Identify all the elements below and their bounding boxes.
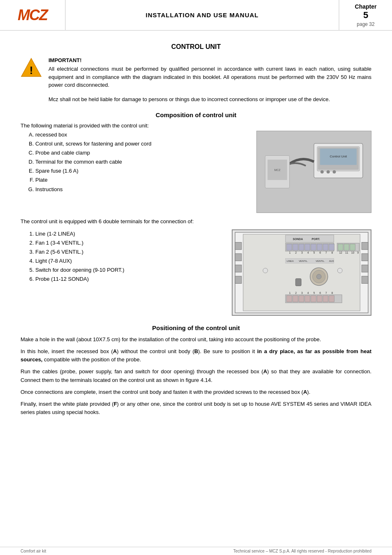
svg-point-77 <box>263 268 268 273</box>
svg-text:8: 8 <box>332 291 333 294</box>
important-title: IMPORTANT! <box>48 57 371 63</box>
svg-rect-67 <box>323 296 328 302</box>
composition-list: The following material is provided with … <box>21 123 252 194</box>
svg-text:9: 9 <box>357 251 359 254</box>
list-item: Instructions <box>35 185 252 194</box>
chapter-number: 5 <box>363 10 368 21</box>
list-item: Line (1-2 LINEA) <box>35 229 228 238</box>
svg-text:11: 11 <box>345 251 348 254</box>
svg-text:7: 7 <box>325 291 327 294</box>
svg-text:5: 5 <box>313 291 315 294</box>
footer-left: Comfort air kit <box>21 549 46 553</box>
svg-rect-79 <box>295 279 301 286</box>
terminal-diagram: SONDA PORT. 1 2 3 <box>232 229 371 317</box>
svg-rect-61 <box>287 296 292 302</box>
svg-rect-68 <box>329 296 334 302</box>
svg-text:1: 1 <box>289 291 291 294</box>
svg-text:PORT.: PORT. <box>312 237 320 240</box>
svg-rect-45 <box>338 244 343 250</box>
warning-icon-area: ! <box>21 57 42 79</box>
content-area: CONTROL UNIT ! IMPORTANT! All electrical… <box>0 31 392 428</box>
svg-text:AUX: AUX <box>329 260 334 262</box>
svg-text:2: 2 <box>295 251 297 254</box>
svg-point-8 <box>321 170 324 173</box>
chapter-box: Chapter 5 page 32 <box>339 0 392 30</box>
page: MCZ INSTALLATION AND USE MANUAL Chapter … <box>0 0 392 555</box>
svg-text:12: 12 <box>339 251 342 254</box>
svg-text:5: 5 <box>313 251 315 254</box>
list-item: Control unit, screws for fastening and p… <box>35 139 252 148</box>
svg-rect-62 <box>293 296 298 302</box>
important-text-area: IMPORTANT! All electrical connections mu… <box>48 57 371 103</box>
positioning-subtitle: Positioning of the control unit <box>21 324 371 331</box>
svg-rect-18 <box>235 276 242 284</box>
svg-rect-35 <box>329 244 334 250</box>
positioning-para2: In this hole, insert the recessed box (A… <box>21 347 371 365</box>
page-number: page 32 <box>357 21 374 27</box>
list-item: Fan 1 (3-4 VENTIL.) <box>35 238 228 247</box>
svg-text:8: 8 <box>332 251 333 254</box>
svg-rect-16 <box>235 254 242 261</box>
positioning-para5: Finally, insert the white plate provided… <box>21 400 371 417</box>
important-paragraph2: Mcz shall not be held liable for damage … <box>48 95 371 104</box>
svg-rect-28 <box>287 244 292 250</box>
svg-rect-34 <box>323 244 328 250</box>
svg-rect-15 <box>235 242 242 250</box>
svg-text:4: 4 <box>307 251 309 254</box>
svg-text:Control Unit: Control Unit <box>330 155 348 158</box>
list-item: Spare fuse (1.6 A) <box>35 166 252 176</box>
positioning-para1: Make a hole in the wall (about 10X7.5 cm… <box>21 335 371 344</box>
list-item: Plate <box>35 176 252 185</box>
chapter-label: Chapter <box>355 3 377 10</box>
terminal-diagram-svg: SONDA PORT. 1 2 3 <box>232 229 371 316</box>
svg-rect-32 <box>311 244 316 250</box>
svg-rect-19 <box>362 242 368 250</box>
header: MCZ INSTALLATION AND USE MANUAL Chapter … <box>0 0 392 31</box>
svg-text:SONDA: SONDA <box>293 237 303 240</box>
svg-text:10: 10 <box>351 251 355 254</box>
connection-area: Line (1-2 LINEA) Fan 1 (3-4 VENTIL.) Fan… <box>21 229 371 317</box>
product-photo-svg: Control Unit MCZ <box>256 131 371 213</box>
control-unit-photo: Control Unit MCZ <box>256 131 371 214</box>
composition-intro: The following material is provided with … <box>21 123 252 129</box>
list-item: Probe and cable clamp <box>35 148 252 157</box>
svg-rect-31 <box>305 244 310 250</box>
svg-rect-17 <box>235 265 242 272</box>
svg-rect-20 <box>362 254 368 261</box>
section-title-control-unit: CONTROL UNIT <box>21 43 371 51</box>
svg-point-9 <box>327 170 330 173</box>
list-item: Terminal for the common earth cable <box>35 157 252 166</box>
mcz-logo: MCZ <box>18 7 47 24</box>
positioning-para3: Run the cables (probe, power supply, fan… <box>21 368 371 385</box>
composition-items-list: recessed box Control unit, screws for fa… <box>35 130 252 194</box>
connection-intro: The control unit is equipped with 6 doub… <box>21 217 371 226</box>
svg-text:VENTIL.: VENTIL. <box>299 260 308 262</box>
svg-rect-66 <box>317 296 322 302</box>
svg-rect-21 <box>362 265 368 272</box>
manual-title: INSTALLATION AND USE MANUAL <box>145 12 258 18</box>
svg-rect-33 <box>317 244 322 250</box>
list-item: Probe (11-12 SONDA) <box>35 275 228 284</box>
svg-text:2: 2 <box>295 291 297 294</box>
connection-list: Line (1-2 LINEA) Fan 1 (3-4 VENTIL.) Fan… <box>35 229 228 284</box>
svg-text:3: 3 <box>301 291 303 294</box>
svg-point-10 <box>333 170 336 173</box>
svg-rect-65 <box>311 296 316 302</box>
svg-text:MCZ: MCZ <box>274 169 281 171</box>
list-item: Fan 2 (5-6 VENTIL.) <box>35 247 228 257</box>
footer-right: Technical service – MCZ S.p.A. All right… <box>233 549 371 553</box>
svg-point-54 <box>316 274 321 279</box>
svg-rect-29 <box>293 244 298 250</box>
svg-text:6: 6 <box>319 291 321 294</box>
list-item: Light (7-8 AUX) <box>35 257 228 266</box>
list-item: recessed box <box>35 130 252 139</box>
positioning-para4: Once connections are complete, insert th… <box>21 388 371 397</box>
list-item: Switch for door opening (9-10 PORT.) <box>35 266 228 275</box>
svg-text:1: 1 <box>289 251 291 254</box>
svg-text:LINEA: LINEA <box>287 260 294 262</box>
important-box: ! IMPORTANT! All electrical connections … <box>21 57 371 103</box>
svg-text:6: 6 <box>319 251 321 254</box>
svg-point-78 <box>337 268 342 273</box>
svg-rect-30 <box>299 244 304 250</box>
composition-subtitle: Composition of control unit <box>21 111 371 118</box>
